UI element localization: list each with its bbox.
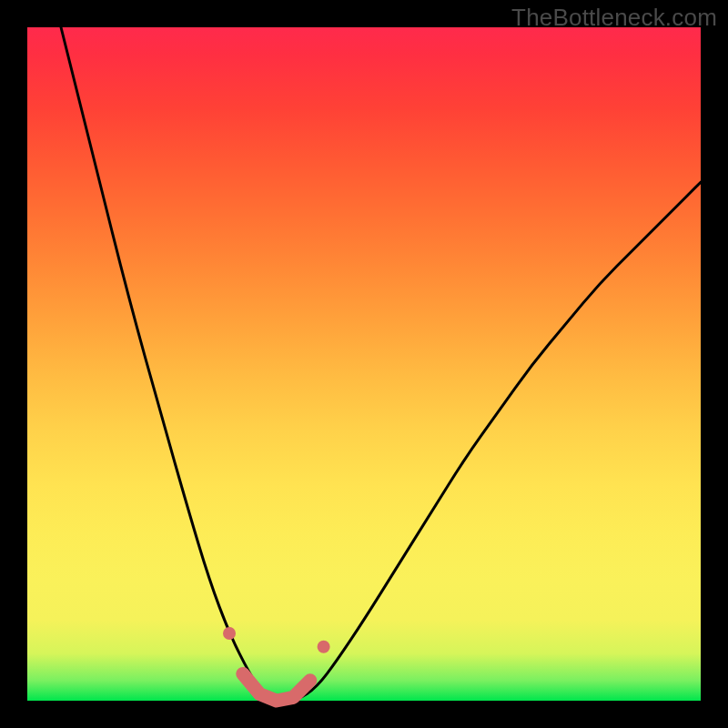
marker-connector <box>243 673 310 701</box>
highlight-markers <box>223 627 330 653</box>
plot-area <box>27 27 701 701</box>
outer-frame: TheBottleneck.com <box>0 0 728 728</box>
bottleneck-chart <box>27 27 701 701</box>
marker-dot <box>223 627 236 640</box>
marker-dot <box>318 641 330 653</box>
bottleneck-curve <box>61 27 701 701</box>
